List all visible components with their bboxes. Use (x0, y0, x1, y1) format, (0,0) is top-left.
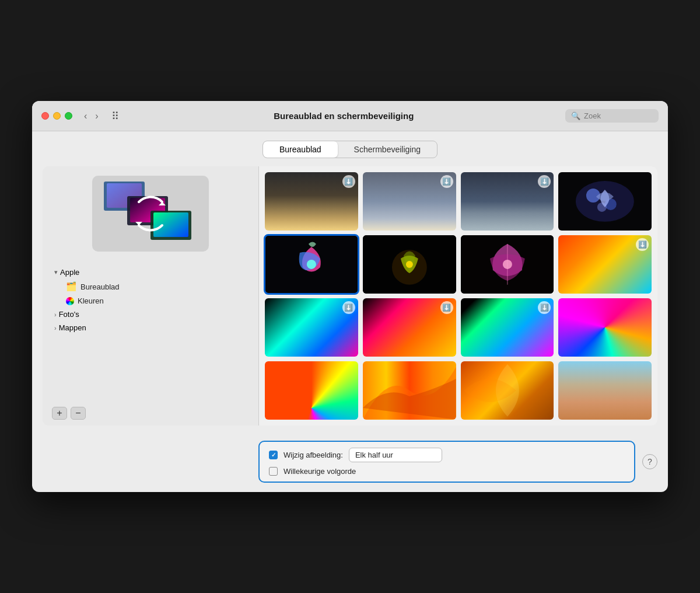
titlebar: ‹ › ⠿ Bureaublad en schermbeveiliging 🔍 (32, 101, 668, 131)
interval-dropdown-wrap: Elke 5 seconden Elke minuut Elk kwartier… (349, 448, 442, 462)
wallpaper-item-16[interactable] (558, 361, 652, 420)
wallpaper-item-2[interactable]: ⬇️ (363, 172, 456, 231)
options-box: Wijzig afbeelding: Elke 5 seconden Elke … (258, 441, 635, 483)
change-image-checkbox[interactable] (269, 451, 278, 459)
wallpaper-item-15[interactable] (461, 361, 554, 420)
change-image-row: Wijzig afbeelding: Elke 5 seconden Elke … (269, 448, 625, 462)
wallpaper-item-12[interactable] (558, 298, 652, 357)
main-row: ▾ Apple 🗂️ Bureaublad Kleuren (43, 166, 657, 425)
sidebar-item-bureaublad[interactable]: 🗂️ Bureaublad (61, 279, 251, 294)
chevron-icon-mappen: › (54, 325, 57, 332)
add-button[interactable]: + (52, 407, 67, 420)
wallpaper-item-11[interactable]: ⬇️ (461, 298, 554, 357)
wallpaper-item-14[interactable] (363, 361, 456, 420)
svg-point-16 (406, 261, 413, 268)
preview-sidebar: ▾ Apple 🗂️ Bureaublad Kleuren (43, 166, 258, 425)
help-button[interactable]: ? (642, 454, 657, 469)
remove-button[interactable]: − (71, 407, 86, 420)
wallpaper-item-13[interactable] (265, 361, 358, 420)
minimize-button[interactable] (53, 112, 61, 120)
download-badge-9: ⬇️ (342, 301, 355, 314)
window-title: Bureaublad en schermbeveiliging (130, 111, 558, 121)
apple-children: 🗂️ Bureaublad Kleuren (50, 279, 251, 308)
wallpaper-item-4[interactable] (558, 172, 652, 231)
main-window: ‹ › ⠿ Bureaublad en schermbeveiliging 🔍 … (32, 101, 668, 491)
colors-icon (66, 297, 74, 305)
preview-box (92, 176, 209, 252)
sidebar-group-apple-label: Apple (60, 268, 79, 277)
svg-point-13 (307, 260, 316, 269)
maximize-button[interactable] (65, 112, 72, 120)
sidebar-group-mappen[interactable]: › Mappen (50, 321, 251, 334)
back-button[interactable]: ‹ (82, 110, 89, 122)
tabs-bar: Bureaublad Schermbeveiliging (32, 131, 668, 166)
random-order-checkbox[interactable] (269, 467, 278, 476)
chevron-icon-fotos: › (54, 311, 57, 318)
wallpaper-item-5[interactable] (265, 235, 358, 294)
close-button[interactable] (41, 112, 49, 120)
nav-buttons: ‹ › (82, 110, 101, 122)
tab-group: Bureaublad Schermbeveiliging (262, 141, 438, 158)
sidebar-item-kleuren-label: Kleuren (78, 296, 104, 305)
wallpaper-item-9[interactable]: ⬇️ (265, 298, 358, 357)
download-badge-1: ⬇️ (342, 175, 355, 188)
tab-schermbeveiliging[interactable]: Schermbeveiliging (338, 141, 437, 158)
svg-rect-5 (153, 212, 188, 237)
chevron-icon: ▾ (54, 268, 58, 276)
sidebar-item-kleuren[interactable]: Kleuren (61, 294, 251, 308)
download-badge-3: ⬇️ (538, 175, 551, 188)
wallpaper-item-7[interactable] (461, 235, 554, 294)
sidebar-group-apple[interactable]: ▾ Apple (50, 266, 251, 279)
wallpaper-item-8[interactable]: ⬇️ (558, 235, 652, 294)
svg-point-18 (502, 260, 512, 269)
random-order-label: Willekeurige volgorde (284, 467, 356, 476)
folder-icon: 🗂️ (66, 281, 77, 292)
random-order-row: Willekeurige volgorde (269, 467, 625, 476)
tab-bureaublad[interactable]: Bureaublad (263, 141, 338, 158)
sidebar-group-fotos[interactable]: › Foto's (50, 308, 251, 321)
wallpaper-item-1[interactable]: ⬇️ (265, 172, 358, 231)
grid-button[interactable]: ⠿ (108, 109, 123, 124)
download-badge-10: ⬇️ (440, 301, 453, 314)
wallpaper-grid: ⬇️ ⬇️ ⬇️ (265, 172, 652, 419)
search-icon: 🔍 (571, 111, 580, 120)
forward-button[interactable]: › (93, 110, 100, 122)
download-badge-2: ⬇️ (440, 175, 453, 188)
change-image-label: Wijzig afbeelding: (284, 451, 343, 459)
download-badge-11: ⬇️ (538, 301, 551, 314)
sidebar-tree: ▾ Apple 🗂️ Bureaublad Kleuren (43, 261, 258, 334)
search-box: 🔍 (565, 109, 659, 123)
wallpaper-item-10[interactable]: ⬇️ (363, 298, 456, 357)
traffic-lights (41, 112, 72, 120)
sidebar-bottom: + − (43, 401, 258, 425)
sidebar-item-bureaublad-label: Bureaublad (80, 282, 120, 291)
wallpaper-item-3[interactable]: ⬇️ (461, 172, 554, 231)
interval-dropdown[interactable]: Elke 5 seconden Elke minuut Elk kwartier… (349, 448, 442, 462)
sidebar-group-mappen-label: Mappen (59, 323, 86, 332)
content-area: ▾ Apple 🗂️ Bureaublad Kleuren (43, 166, 657, 425)
wallpaper-item-6[interactable] (363, 235, 456, 294)
search-input[interactable] (584, 111, 653, 120)
wallpaper-grid-area: ⬇️ ⬇️ ⬇️ (259, 166, 657, 425)
preview-image (98, 179, 203, 249)
bottom-row: Wijzig afbeelding: Elke 5 seconden Elke … (32, 436, 668, 492)
sidebar-group-fotos-label: Foto's (59, 310, 79, 319)
download-badge-8: ⬇️ (636, 238, 649, 251)
